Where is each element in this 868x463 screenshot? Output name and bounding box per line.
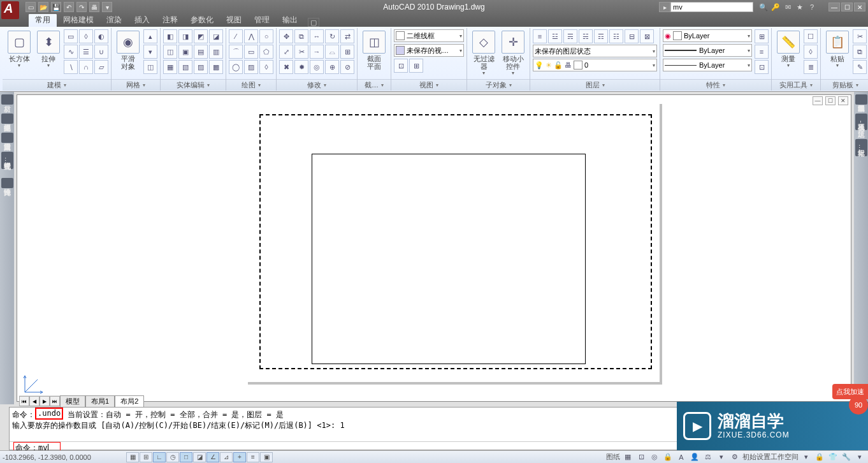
view-btn2[interactable]: ⊞ [409,59,423,73]
panel-view-title[interactable]: 视图 [391,79,467,91]
panel-modeling-title[interactable]: 建模 [3,79,111,91]
qat-open-icon[interactable]: 📂 [38,2,48,12]
polygon-icon[interactable]: ⬠ [259,45,273,59]
panel-utils-title[interactable]: 实用工具 [772,79,820,91]
viewport-rect[interactable] [312,154,586,364]
rotate-icon[interactable]: ↻ [325,29,339,43]
nofilter-button[interactable]: ◇无过滤器▾ [470,29,498,77]
layer-btn7[interactable]: ⊟ [625,29,639,43]
grid-toggle[interactable]: ⊞ [140,452,152,462]
se-4-icon[interactable]: ◪ [209,29,223,43]
qat-redo-icon[interactable]: ↷ [76,2,87,12]
visual-style-combo[interactable]: 二维线框▾ [394,29,464,42]
ribbon-tab-2[interactable]: 渲染 [100,13,128,27]
pline-icon[interactable]: ⋀ [244,29,258,43]
lineweight-combo[interactable]: ByLayer▾ [663,44,752,57]
se-11-icon[interactable]: ▨ [194,60,208,74]
qat-dropdown-icon[interactable]: ▾ [102,2,112,12]
util-btn2[interactable]: ◊ [804,45,818,59]
left-palette-2[interactable]: 高级渲染设置 [1,133,13,143]
osnap-toggle[interactable]: □ [180,452,192,462]
sb-menu-icon[interactable]: ▾ [854,452,865,462]
sb-nav-icon[interactable]: ◎ [649,452,660,462]
se-1-icon[interactable]: ◧ [163,29,177,43]
3dosnap-toggle[interactable]: ◪ [193,452,206,462]
layer-btn8[interactable]: ⊠ [640,29,654,43]
layer-btn3[interactable]: ☴ [563,29,577,43]
infocenter-help-icon[interactable]: ? [807,2,817,12]
close-button[interactable]: ✕ [854,3,865,11]
sb-max-icon[interactable]: ⊡ [635,452,647,462]
view-btn1[interactable]: ⊡ [394,59,408,73]
extend-icon[interactable]: → [310,45,324,59]
fillet-icon[interactable]: ⌓ [325,45,339,59]
sweep-icon[interactable]: ∿ [64,45,78,59]
break-icon[interactable]: ⊘ [340,60,354,74]
se-8-icon[interactable]: ▥ [209,45,223,59]
se-2-icon[interactable]: ◨ [178,29,192,43]
layout-next-button[interactable]: ▶ [40,396,50,406]
ortho-toggle[interactable]: ∟ [153,452,166,462]
maximize-button[interactable]: ☐ [841,3,853,11]
ucs-icon[interactable] [22,372,45,395]
panel-subobj-title[interactable]: 子对象 [467,79,530,91]
se-7-icon[interactable]: ▤ [194,45,208,59]
revolve-icon[interactable]: ◐ [94,29,108,43]
box-button[interactable]: ▢长方体▾ [5,29,33,70]
infocenter-star-icon[interactable]: ★ [795,2,805,12]
smooth-object-button[interactable]: ◉平滑 对象 [114,29,142,71]
qat-save-icon[interactable]: 💾 [51,2,61,12]
se-12-icon[interactable]: ▩ [209,60,223,74]
layer-state-combo[interactable]: 未保存的图层状态▾ [533,45,657,57]
explode-icon[interactable]: ✹ [294,60,308,74]
canvas-max-button[interactable]: ☐ [825,96,835,105]
ellipse-icon[interactable]: ◯ [229,60,243,74]
extrude-button[interactable]: ⬍拉伸▾ [34,29,62,70]
sb-ann-icon[interactable]: A [676,452,687,462]
move-icon[interactable]: ✥ [279,29,293,43]
minimize-button[interactable]: — [828,3,840,11]
watermark-banner[interactable]: ▶ 溜溜自学 ZIXUE.3D66.COM [677,402,868,450]
ribbon-tab-1[interactable]: 网格建模 [57,13,100,27]
join-icon[interactable]: ⊕ [325,60,339,74]
prop-btn1[interactable]: ⊞ [755,29,769,43]
color-combo[interactable]: ◉ByLayer▾ [663,29,752,42]
paper-label[interactable]: 图纸 [606,452,620,462]
canvas-min-button[interactable]: — [813,96,823,105]
prop-btn3[interactable]: ⊡ [755,60,769,74]
search-input[interactable] [670,2,753,12]
panel-draw-title[interactable]: 绘图 [226,79,276,91]
layout-tab-2[interactable]: 布局2 [115,395,144,407]
layout-tab-1[interactable]: 布局1 [85,395,115,407]
dyn-toggle[interactable]: + [233,452,246,462]
canvas-close-button[interactable]: ✕ [838,96,848,105]
rect-icon[interactable]: ▭ [244,45,258,59]
layer-btn1[interactable]: ≡ [533,29,547,43]
layer-btn5[interactable]: ☶ [594,29,608,43]
right-palette-0[interactable]: 图纸集管理器 [855,94,867,105]
util-btn3[interactable]: ≣ [804,60,818,74]
panel-clip-title[interactable]: 剪贴板 [821,79,868,91]
presspull-icon[interactable]: ◊ [79,29,93,43]
se-5-icon[interactable]: ◫ [163,45,177,59]
panel-section-title[interactable]: 截… [358,79,391,91]
infocenter-comm-icon[interactable]: ✉ [783,2,793,12]
mirror-icon[interactable]: ⇄ [340,29,354,43]
ribbon-tab-4[interactable]: 注释 [156,13,184,27]
snap-toggle[interactable]: ▦ [126,452,139,462]
planesurf-icon[interactable]: ▱ [94,60,108,74]
layout-prev-button[interactable]: ◀ [29,396,40,406]
se-9-icon[interactable]: ▦ [163,60,177,74]
qat-print-icon[interactable]: 🖶 [89,2,99,12]
subtract-icon[interactable]: ∖ [64,60,78,74]
intersect-icon[interactable]: ∩ [79,60,93,74]
panel-modify-title[interactable]: 修改 [277,79,357,91]
sb-person-icon[interactable]: 👤 [689,452,700,462]
ribbon-tab-8[interactable]: 输出 [276,13,304,27]
panel-solidedit-title[interactable]: 实体编辑 [161,79,226,91]
layer-btn4[interactable]: ☵ [579,29,593,43]
array-icon[interactable]: ⊞ [340,45,354,59]
line-icon[interactable]: ∕ [229,29,243,43]
layout-last-button[interactable]: ⏭ [50,396,60,406]
ribbon-extra-button[interactable]: ▢ [308,18,319,27]
